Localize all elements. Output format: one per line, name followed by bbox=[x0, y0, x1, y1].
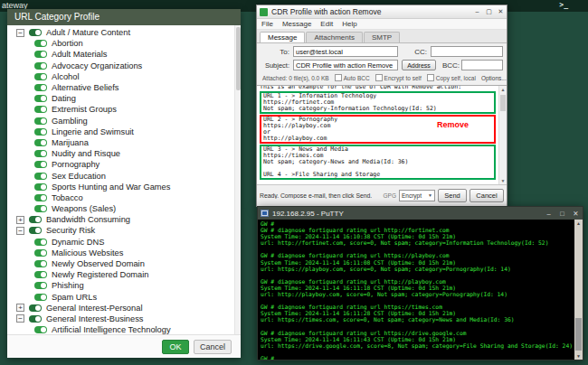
category-row[interactable]: Extremist Groups bbox=[7, 104, 234, 115]
scrollbar-thumb[interactable] bbox=[500, 95, 506, 111]
category-toggle[interactable] bbox=[29, 304, 42, 312]
category-toggle[interactable] bbox=[34, 249, 47, 257]
category-row[interactable]: Nudity and Risque bbox=[7, 148, 234, 159]
bcc-input[interactable] bbox=[461, 60, 503, 70]
category-toggle[interactable] bbox=[34, 51, 47, 58]
category-toggle[interactable] bbox=[34, 106, 47, 113]
category-toggle[interactable] bbox=[34, 128, 47, 136]
category-row[interactable]: Malicious Websites bbox=[7, 248, 234, 258]
category-toggle[interactable] bbox=[29, 315, 42, 323]
menu-file[interactable]: File bbox=[257, 20, 278, 28]
category-toggle[interactable] bbox=[34, 173, 47, 180]
close-icon[interactable]: ✕ bbox=[495, 6, 507, 17]
collapse-icon[interactable]: − bbox=[16, 314, 24, 323]
scrollbar-thumb[interactable] bbox=[575, 318, 582, 351]
category-toggle[interactable] bbox=[29, 227, 42, 234]
subject-input[interactable] bbox=[293, 60, 398, 70]
category-toggle[interactable] bbox=[34, 326, 47, 333]
terminal-output[interactable]: GW # GW # diagnose fortiguard rating url… bbox=[258, 220, 574, 360]
category-toggle[interactable] bbox=[34, 40, 47, 47]
cancel-button[interactable]: Cancel bbox=[194, 340, 232, 354]
auto-bcc-checkbox[interactable]: Auto BCC bbox=[335, 74, 370, 81]
to-input[interactable] bbox=[293, 46, 398, 57]
category-group-row[interactable]: −General Interest-Business bbox=[7, 314, 234, 324]
tab-smtp[interactable]: SMTP bbox=[364, 32, 400, 42]
putty-titlebar[interactable]: 192.168.2.95 - PuTTY – □ ✕ bbox=[258, 207, 583, 220]
scroll-down-icon[interactable]: ▼ bbox=[574, 352, 583, 360]
category-toggle[interactable] bbox=[34, 150, 47, 157]
category-group-row[interactable]: +Bandwidth Consuming bbox=[7, 214, 234, 225]
category-toggle[interactable] bbox=[34, 183, 47, 191]
category-toggle[interactable] bbox=[34, 205, 47, 212]
menu-message[interactable]: Message bbox=[278, 20, 316, 28]
encrypt-dropdown[interactable]: Encrypt ▼ bbox=[399, 190, 435, 201]
expand-icon[interactable]: + bbox=[16, 216, 24, 224]
category-scrollbar[interactable] bbox=[234, 25, 241, 334]
category-toggle[interactable] bbox=[34, 62, 47, 70]
collapse-icon[interactable]: − bbox=[16, 227, 24, 235]
address-button[interactable]: Address bbox=[402, 60, 436, 70]
send-button[interactable]: Send bbox=[438, 189, 467, 202]
category-toggle[interactable] bbox=[34, 271, 47, 278]
scroll-up-icon[interactable]: ▲ bbox=[574, 220, 583, 227]
email-body-editor[interactable]: This is an example for the use of CDR wi… bbox=[257, 85, 507, 184]
category-toggle[interactable] bbox=[29, 216, 42, 223]
options-link[interactable]: Options... bbox=[481, 75, 507, 81]
category-row[interactable]: Artificial Intelligence Technology bbox=[7, 324, 234, 334]
email-titlebar[interactable]: CDR Profile with action Remove – ▢ ✕ bbox=[257, 5, 507, 19]
menu-help[interactable]: Help bbox=[337, 20, 361, 28]
category-row[interactable]: Newly Registered Domain bbox=[7, 269, 234, 280]
category-row[interactable]: Gambling bbox=[7, 116, 234, 126]
tab-attachments[interactable]: Attachments bbox=[306, 32, 362, 42]
category-row[interactable]: Spam URLs bbox=[7, 292, 234, 303]
cc-input[interactable] bbox=[431, 46, 503, 57]
category-toggle[interactable] bbox=[34, 117, 47, 125]
category-row[interactable]: Alcohol bbox=[7, 71, 234, 82]
expand-icon[interactable]: + bbox=[16, 304, 24, 312]
category-row[interactable]: Lingerie and Swimsuit bbox=[7, 126, 234, 137]
category-toggle[interactable] bbox=[34, 239, 47, 246]
category-toggle[interactable] bbox=[34, 294, 47, 301]
close-icon[interactable]: ✕ bbox=[569, 208, 583, 220]
category-row[interactable]: Adult Materials bbox=[7, 49, 234, 60]
category-group-row[interactable]: +General Interest-Personal bbox=[7, 303, 234, 314]
category-row[interactable]: Marijuana bbox=[7, 137, 234, 148]
category-row[interactable]: Abortion bbox=[7, 38, 234, 49]
email-body-scrollbar[interactable]: ▲ ▼ bbox=[498, 86, 507, 184]
category-toggle[interactable] bbox=[34, 84, 47, 91]
tab-message[interactable]: Message bbox=[260, 32, 305, 42]
cli-console-icon[interactable]: >_ bbox=[559, 1, 568, 9]
category-group-row[interactable]: −Security Risk bbox=[7, 225, 234, 236]
ok-button[interactable]: OK bbox=[162, 340, 189, 354]
category-row[interactable]: Phishing bbox=[7, 280, 234, 291]
maximize-icon[interactable]: ▢ bbox=[483, 6, 495, 17]
category-toggle[interactable] bbox=[34, 161, 47, 168]
minimize-icon[interactable]: – bbox=[542, 208, 555, 220]
terminal-scrollbar[interactable]: ▲ ▼ bbox=[574, 220, 583, 360]
category-toggle[interactable] bbox=[34, 282, 47, 289]
category-group-row[interactable]: −Adult / Mature Content bbox=[7, 27, 234, 38]
category-row[interactable]: Alternative Beliefs bbox=[7, 82, 234, 93]
category-toggle[interactable] bbox=[34, 95, 47, 102]
scroll-down-icon[interactable]: ▼ bbox=[499, 177, 507, 184]
category-row[interactable]: Tobacco bbox=[7, 192, 234, 203]
category-toggle[interactable] bbox=[34, 260, 47, 267]
maximize-icon[interactable]: □ bbox=[555, 208, 569, 220]
category-row[interactable]: Sex Education bbox=[7, 170, 234, 181]
scroll-up-icon[interactable]: ▲ bbox=[499, 86, 507, 93]
category-toggle[interactable] bbox=[34, 139, 47, 146]
scrollbar-thumb[interactable] bbox=[236, 27, 241, 90]
minimize-icon[interactable]: – bbox=[471, 6, 483, 17]
category-row[interactable]: Advocacy Organizations bbox=[7, 61, 234, 71]
category-row[interactable]: Weapons (Sales) bbox=[7, 203, 234, 214]
copy-self-checkbox[interactable]: Copy self, local bbox=[427, 74, 476, 81]
category-row[interactable]: Dating bbox=[7, 93, 234, 104]
collapse-icon[interactable]: − bbox=[16, 29, 24, 37]
category-row[interactable]: Newly Observed Domain bbox=[7, 258, 234, 269]
category-row[interactable]: Dynamic DNS bbox=[7, 237, 234, 248]
category-row[interactable]: Sports Hunting and War Games bbox=[7, 182, 234, 192]
category-toggle[interactable] bbox=[34, 194, 47, 201]
category-row[interactable]: Pornography bbox=[7, 159, 234, 170]
email-cancel-button[interactable]: Cancel bbox=[469, 189, 504, 202]
category-toggle[interactable] bbox=[29, 29, 42, 36]
